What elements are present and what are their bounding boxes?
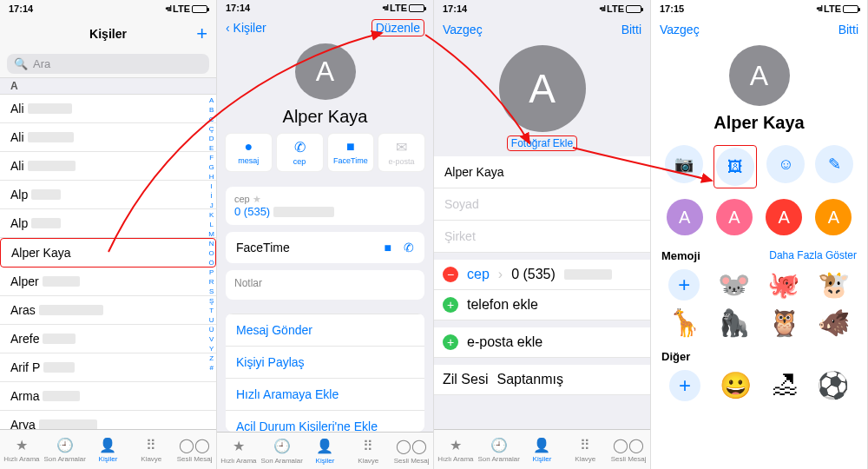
tab-bar: ★Hızlı Arama🕘Son Aramalar👤Kişiler⠿Klavye…: [0, 429, 216, 469]
add-icon[interactable]: +: [443, 297, 458, 313]
facetime-audio-icon[interactable]: ✆: [404, 241, 414, 254]
memoji-option[interactable]: 🏖: [772, 370, 798, 401]
cancel-button[interactable]: Vazgeç: [443, 23, 495, 36]
memoji-option[interactable]: 🦉: [768, 307, 800, 338]
action-cep[interactable]: ✆cep: [277, 134, 323, 171]
contact-row[interactable]: Arma: [0, 382, 216, 411]
company-input[interactable]: Şirket: [434, 221, 650, 253]
facetime-video-icon[interactable]: ■: [385, 241, 391, 254]
memoji-option[interactable]: 🦍: [718, 307, 750, 338]
memoji-option[interactable]: ⚽: [817, 370, 849, 401]
link-row[interactable]: Mesaj Gönder: [226, 314, 424, 346]
action-label: FaceTime: [333, 156, 368, 165]
color-option[interactable]: A: [716, 199, 753, 235]
tab-klavye[interactable]: ⠿Klavye: [129, 430, 173, 469]
ringtone-row[interactable]: Zil Sesi Saptanmış: [434, 365, 650, 395]
memoji-option[interactable]: 🐙: [767, 269, 799, 301]
add-memoji-button[interactable]: +: [668, 269, 700, 301]
pencil-button[interactable]: ✎: [815, 145, 853, 183]
notes-card[interactable]: Notlar: [226, 270, 424, 300]
network-label: LTE: [607, 3, 624, 14]
phone-row[interactable]: − cep› 0 (535): [434, 260, 650, 290]
contact-row[interactable]: Arif P: [0, 353, 216, 382]
memoji-option[interactable]: 🐮: [818, 269, 850, 301]
add-phone-label: telefon ekle: [467, 297, 538, 313]
index-bar[interactable]: ABCÇDEFGHIİJKLMNOÖPRSŞTUÜVYZ#: [208, 96, 214, 373]
tab-hızlı-arama[interactable]: ★Hızlı Arama: [217, 433, 260, 469]
memoji-option[interactable]: 🐗: [818, 307, 850, 338]
cancel-button[interactable]: Vazgeç: [660, 23, 712, 36]
delete-icon[interactable]: −: [443, 267, 458, 282]
tab-klavye[interactable]: ⠿Klavye: [346, 433, 390, 469]
emoji-button[interactable]: ☺: [766, 145, 805, 183]
tab-icon: ★: [13, 436, 30, 453]
link-row[interactable]: Kişiyi Paylaş: [226, 346, 424, 378]
action-FaceTime[interactable]: ■FaceTime: [328, 134, 374, 171]
contact-row[interactable]: Ali: [0, 152, 216, 181]
tab-kişiler[interactable]: 👤Kişiler: [521, 430, 564, 469]
phone-type[interactable]: cep: [467, 267, 490, 282]
link-row[interactable]: Hızlı Aramaya Ekle: [226, 378, 424, 410]
section-header: A: [0, 77, 216, 95]
memoji-option[interactable]: 🦒: [668, 307, 700, 338]
tab-sesli-mesaj[interactable]: ◯◯Sesli Mesaj: [607, 430, 650, 469]
contact-row[interactable]: Arefe: [0, 325, 216, 353]
phone-card[interactable]: cep ★ 0 (535): [226, 187, 424, 225]
memoji-option[interactable]: 🐭: [718, 269, 750, 301]
show-more-button[interactable]: Daha Fazla Göster: [769, 249, 857, 262]
contact-avatar[interactable]: A: [729, 45, 790, 106]
tab-son-aramalar[interactable]: 🕘Son Aramalar: [477, 430, 521, 469]
search-input[interactable]: 🔍 Ara: [7, 54, 209, 74]
contact-row[interactable]: Arya: [0, 411, 216, 429]
camera-button[interactable]: 📷: [665, 145, 703, 183]
color-option[interactable]: A: [815, 199, 852, 235]
first-name-input[interactable]: Alper Kaya: [434, 156, 650, 188]
memoji-option[interactable]: 😀: [720, 370, 752, 401]
tab-label: Hızlı Arama: [220, 457, 256, 465]
last-name-input[interactable]: Soyad: [434, 188, 650, 221]
contact-row[interactable]: Alp: [0, 181, 216, 209]
add-icon[interactable]: +: [443, 334, 458, 350]
tab-icon: 👤: [533, 436, 550, 453]
contact-row[interactable]: Ali: [0, 95, 216, 123]
done-button[interactable]: Bitti: [806, 23, 858, 36]
tab-son-aramalar[interactable]: 🕘Son Aramalar: [43, 430, 87, 469]
photos-button[interactable]: 🖼: [716, 148, 754, 186]
color-option[interactable]: A: [667, 199, 703, 235]
tab-label: Sesli Mesaj: [177, 455, 213, 463]
action-label: mesaj: [238, 156, 259, 165]
link-row[interactable]: Acil Durum Kişileri'ne Ekle: [226, 410, 424, 433]
add-memoji-button[interactable]: +: [669, 370, 700, 401]
contact-detail-screen: 17:14 •ıılLTE ‹ Kişiler Düzenle A Alper …: [217, 0, 434, 469]
status-time: 17:14: [9, 3, 33, 14]
tab-sesli-mesaj[interactable]: ◯◯Sesli Mesaj: [173, 430, 216, 469]
color-option[interactable]: A: [766, 199, 802, 235]
add-phone-row[interactable]: + telefon ekle: [434, 290, 650, 320]
contact-row[interactable]: Ali: [0, 123, 216, 152]
contact-row[interactable]: Alper Kaya: [0, 238, 216, 268]
tab-hızlı-arama[interactable]: ★Hızlı Arama: [0, 430, 43, 469]
tab-kişiler[interactable]: 👤Kişiler: [87, 430, 130, 469]
edit-button[interactable]: Düzenle: [372, 19, 424, 36]
phone-value[interactable]: 0 (535): [511, 267, 556, 282]
contact-avatar[interactable]: A: [499, 45, 586, 132]
contact-row[interactable]: Alper: [0, 268, 216, 296]
contact-row[interactable]: Aras: [0, 296, 216, 325]
tab-label: Hızlı Arama: [3, 455, 39, 463]
FaceTime-icon: ■: [346, 139, 355, 155]
back-button[interactable]: ‹ Kişiler: [226, 21, 278, 35]
tab-son-aramalar[interactable]: 🕘Son Aramalar: [260, 433, 304, 469]
tab-hızlı-arama[interactable]: ★Hızlı Arama: [434, 430, 477, 469]
action-mesaj[interactable]: ●mesaj: [226, 134, 272, 171]
contact-row[interactable]: Alp: [0, 209, 216, 238]
search-icon: 🔍: [14, 57, 28, 70]
facetime-row[interactable]: FaceTime ■✆: [226, 232, 424, 263]
tab-sesli-mesaj[interactable]: ◯◯Sesli Mesaj: [390, 433, 433, 469]
tab-kişiler[interactable]: 👤Kişiler: [304, 433, 347, 469]
add-photo-button[interactable]: Fotoğraf Ekle: [507, 135, 577, 151]
add-email-row[interactable]: + e-posta ekle: [434, 327, 650, 358]
tab-klavye[interactable]: ⠿Klavye: [563, 430, 607, 469]
done-button[interactable]: Bitti: [589, 23, 641, 36]
add-contact-button[interactable]: +: [155, 23, 207, 45]
signal-icon: •ııl: [165, 4, 171, 13]
